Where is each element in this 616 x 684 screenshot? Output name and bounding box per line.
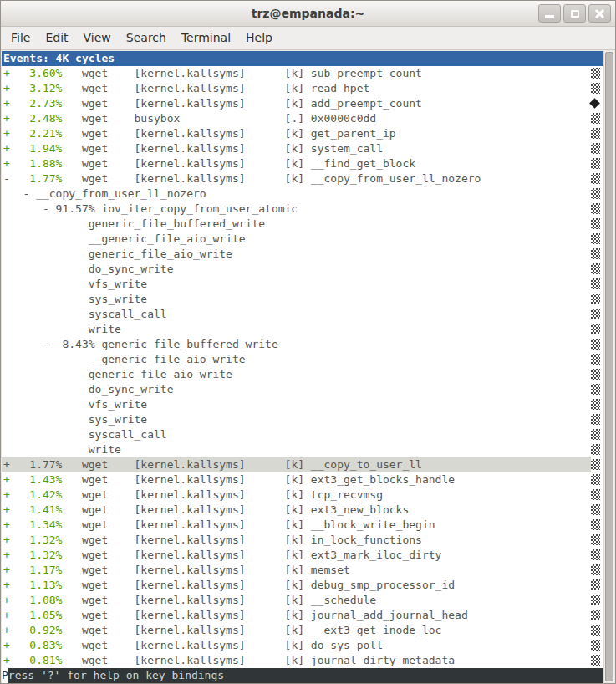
- callchain-text: generic_file_aio_write: [3, 368, 232, 380]
- row-expander[interactable]: +: [3, 142, 29, 155]
- scrollbar-shade-icon: [591, 233, 600, 244]
- callchain-row[interactable]: sys_write: [2, 412, 603, 427]
- menu-item-file[interactable]: File: [3, 27, 38, 49]
- callchain-row[interactable]: syscall_call: [2, 427, 603, 442]
- scrollbar-shade-icon: [591, 444, 600, 455]
- scrollbar-shade-icon: [591, 504, 600, 515]
- callchain-row[interactable]: syscall_call: [2, 307, 603, 322]
- callchain-text: __generic_file_aio_write: [3, 232, 246, 245]
- row-expander[interactable]: +: [3, 579, 29, 591]
- terminal-viewport[interactable]: Events: 4K cycles + 3.60% wget [kernel.k…: [2, 51, 614, 682]
- event-row[interactable]: + 0.81% wget [kernel.kallsyms] [k] journ…: [2, 653, 603, 668]
- event-row[interactable]: + 1.05% wget [kernel.kallsyms] [k] journ…: [2, 608, 603, 623]
- event-row[interactable]: + 1.43% wget [kernel.kallsyms] [k] ext3_…: [2, 472, 603, 487]
- event-row[interactable]: + 1.32% wget [kernel.kallsyms] [k] ext3_…: [2, 548, 603, 563]
- menu-item-edit[interactable]: Edit: [38, 27, 75, 49]
- event-row[interactable]: + 1.94% wget [kernel.kallsyms] [k] syste…: [2, 141, 603, 156]
- callchain-row[interactable]: vfs_write: [2, 397, 603, 412]
- callchain-row[interactable]: generic_file_aio_write: [2, 367, 603, 382]
- event-row[interactable]: + 1.08% wget [kernel.kallsyms] [k] __sch…: [2, 593, 603, 608]
- callchain-row[interactable]: sys_write: [2, 292, 603, 307]
- callchain-text: - 91.57% iov_iter_copy_from_user_atomic: [3, 202, 298, 215]
- row-expander[interactable]: +: [3, 157, 29, 170]
- row-expander[interactable]: +: [3, 82, 29, 94]
- callchain-row[interactable]: vfs_write: [2, 277, 603, 292]
- row-expander[interactable]: +: [3, 518, 29, 531]
- row-expander[interactable]: +: [3, 533, 29, 546]
- row-expander[interactable]: +: [3, 639, 29, 651]
- event-row[interactable]: + 2.73% wget [kernel.kallsyms] [k] add_p…: [2, 96, 603, 111]
- callchain-row[interactable]: write: [2, 322, 603, 337]
- callchain-text: sys_write: [3, 293, 147, 305]
- event-row[interactable]: + 0.83% wget [kernel.kallsyms] [k] do_sy…: [2, 638, 603, 653]
- callchain-row[interactable]: generic_file_aio_write: [2, 247, 603, 262]
- event-row[interactable]: + 1.34% wget [kernel.kallsyms] [k] __blo…: [2, 518, 603, 533]
- event-row[interactable]: + 0.92% wget [kernel.kallsyms] [k] __ext…: [2, 623, 603, 638]
- callchain-row[interactable]: do_sync_write: [2, 262, 603, 277]
- event-row[interactable]: + 1.88% wget [kernel.kallsyms] [k] __fin…: [2, 156, 603, 171]
- menu-item-terminal[interactable]: Terminal: [174, 27, 238, 49]
- row-percent: 2.21%: [29, 127, 62, 140]
- event-row[interactable]: + 3.60% wget [kernel.kallsyms] [k] sub_p…: [2, 66, 603, 81]
- event-row[interactable]: + 1.41% wget [kernel.kallsyms] [k] ext3_…: [2, 503, 603, 518]
- row-symbol-text: wget [kernel.kallsyms] [k] ext3_get_bloc…: [62, 473, 455, 486]
- callchain-row[interactable]: do_sync_write: [2, 382, 603, 397]
- row-expander[interactable]: +: [3, 624, 29, 636]
- callchain-text: write: [3, 323, 121, 335]
- menu-item-search[interactable]: Search: [119, 27, 174, 49]
- row-expander[interactable]: +: [3, 488, 29, 501]
- minimize-button[interactable]: [538, 4, 561, 23]
- scrollbar-shade-icon: [591, 354, 600, 365]
- row-expander[interactable]: +: [3, 112, 29, 125]
- row-expander[interactable]: -: [3, 172, 29, 185]
- event-row[interactable]: + 1.13% wget [kernel.kallsyms] [k] debug…: [2, 578, 603, 593]
- row-percent: 1.77%: [29, 458, 62, 471]
- scrollbar-shade-icon: [591, 489, 600, 500]
- row-expander[interactable]: +: [3, 549, 29, 561]
- row-expander[interactable]: +: [3, 458, 29, 471]
- row-expander[interactable]: +: [3, 564, 29, 576]
- menu-item-help[interactable]: Help: [238, 27, 280, 49]
- event-row[interactable]: + 1.17% wget [kernel.kallsyms] [k] memse…: [2, 563, 603, 578]
- callchain-row[interactable]: generic_file_buffered_write: [2, 217, 603, 232]
- row-expander[interactable]: +: [3, 97, 29, 110]
- scrollbar-shade-icon: [591, 143, 600, 154]
- events-header-bar: Events: 4K cycles: [2, 51, 603, 66]
- terminal-scrollbar-thumb[interactable]: [605, 52, 613, 681]
- row-symbol-text: wget [kernel.kallsyms] [k] ext3_new_bloc…: [62, 503, 409, 516]
- scrollbar-shade-icon: [591, 625, 600, 636]
- callchain-row[interactable]: write: [2, 442, 603, 457]
- maximize-button[interactable]: [563, 4, 586, 23]
- row-percent: 1.94%: [29, 142, 62, 155]
- row-expander[interactable]: +: [3, 654, 29, 666]
- row-symbol-text: wget [kernel.kallsyms] [k] __copy_to_use…: [62, 458, 421, 471]
- menu-item-view[interactable]: View: [76, 27, 119, 49]
- callchain-row[interactable]: __generic_file_aio_write: [2, 352, 603, 367]
- terminal-scrollbar[interactable]: [603, 51, 614, 682]
- scrollbar-shade-icon: [591, 655, 600, 666]
- event-row[interactable]: + 3.12% wget [kernel.kallsyms] [k] read_…: [2, 81, 603, 96]
- callchain-row[interactable]: - 91.57% iov_iter_copy_from_user_atomic: [2, 202, 603, 217]
- event-row[interactable]: + 1.32% wget [kernel.kallsyms] [k] in_lo…: [2, 533, 603, 548]
- event-row[interactable]: + 1.77% wget [kernel.kallsyms] [k] __cop…: [2, 457, 603, 472]
- scrollbar-shade-icon: [591, 113, 600, 124]
- event-row[interactable]: + 2.48% wget busybox [.] 0x0000c0dd: [2, 111, 603, 126]
- callchain-row[interactable]: - 8.43% generic_file_buffered_write: [2, 337, 603, 352]
- scrollbar-shade-icon: [591, 610, 600, 620]
- row-expander[interactable]: +: [3, 503, 29, 516]
- row-expander[interactable]: +: [3, 609, 29, 621]
- event-row[interactable]: + 1.42% wget [kernel.kallsyms] [k] tcp_r…: [2, 487, 603, 503]
- event-row[interactable]: + 2.21% wget [kernel.kallsyms] [k] get_p…: [2, 126, 603, 141]
- callchain-row[interactable]: __generic_file_aio_write: [2, 232, 603, 247]
- row-symbol-text: wget [kernel.kallsyms] [k] get_parent_ip: [62, 127, 395, 140]
- row-expander[interactable]: +: [3, 127, 29, 140]
- row-expander[interactable]: +: [3, 473, 29, 486]
- row-expander[interactable]: +: [3, 67, 29, 79]
- close-button[interactable]: [588, 4, 611, 23]
- row-symbol-text: wget [kernel.kallsyms] [k] system_call: [62, 142, 383, 155]
- titlebar[interactable]: trz@empanada:~: [1, 1, 615, 27]
- row-symbol-text: wget busybox [.] 0x0000c0dd: [62, 112, 376, 125]
- row-expander[interactable]: +: [3, 594, 29, 606]
- event-row[interactable]: - 1.77% wget [kernel.kallsyms] [k] __cop…: [2, 171, 603, 186]
- callchain-row[interactable]: - __copy_from_user_ll_nozero: [2, 186, 603, 202]
